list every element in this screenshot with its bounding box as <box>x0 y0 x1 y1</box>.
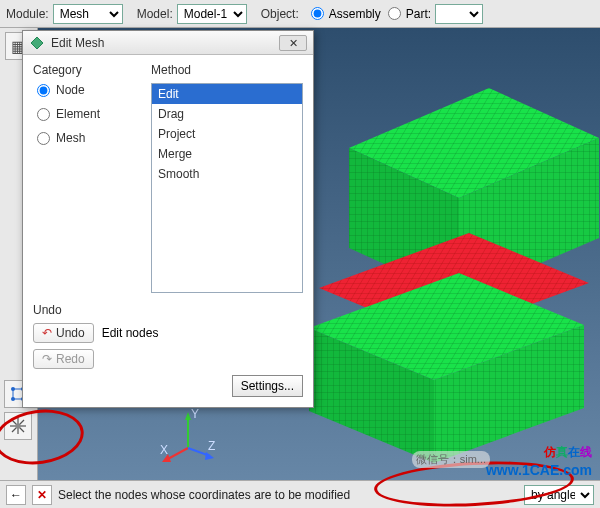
redo-icon: ↷ <box>42 352 52 366</box>
method-item-project[interactable]: Project <box>152 124 302 144</box>
svg-marker-29 <box>205 452 214 460</box>
redo-button[interactable]: ↷ Redo <box>33 349 94 369</box>
edit-mesh-tool-button[interactable] <box>4 412 32 440</box>
method-item-smooth[interactable]: Smooth <box>152 164 302 184</box>
view-triad: Y X Z <box>158 408 218 468</box>
undo-group-label: Undo <box>33 303 303 317</box>
category-radio[interactable] <box>37 132 50 145</box>
category-option-node[interactable]: Node <box>37 83 143 97</box>
prompt-text: Select the nodes whose coordinates are t… <box>58 488 350 502</box>
part-combo[interactable] <box>435 4 483 24</box>
category-option-mesh[interactable]: Mesh <box>37 131 143 145</box>
method-listbox[interactable]: EditDragProjectMergeSmooth <box>151 83 303 293</box>
svg-text:X: X <box>160 443 168 457</box>
category-label: Element <box>56 107 100 121</box>
dialog-title: Edit Mesh <box>51 36 279 50</box>
prompt-bar: ← ✕ Select the nodes whose coordinates a… <box>0 480 600 508</box>
model-label: Model: <box>137 7 173 21</box>
edit-mesh-dialog: Edit Mesh ✕ Category NodeElementMesh Met… <box>22 30 314 408</box>
edit-mesh-icon <box>8 416 28 436</box>
svg-text:Y: Y <box>191 408 199 421</box>
settings-button[interactable]: Settings... <box>232 375 303 397</box>
object-part-label: Part: <box>406 7 431 21</box>
selection-filter-combo[interactable]: by angle <box>524 485 594 505</box>
object-part-radio[interactable] <box>388 7 401 20</box>
prompt-cancel-button[interactable]: ✕ <box>32 485 52 505</box>
context-toolbar: Module: Mesh Model: Model-1 Object: Asse… <box>0 0 600 28</box>
undo-icon: ↶ <box>42 326 52 340</box>
method-item-drag[interactable]: Drag <box>152 104 302 124</box>
category-radio[interactable] <box>37 108 50 121</box>
category-group-label: Category <box>33 63 143 77</box>
category-option-element[interactable]: Element <box>37 107 143 121</box>
svg-text:Z: Z <box>208 439 215 453</box>
dialog-icon <box>29 35 45 51</box>
undo-description: Edit nodes <box>102 326 159 340</box>
object-assembly-label: Assembly <box>329 7 381 21</box>
category-label: Mesh <box>56 131 85 145</box>
svg-marker-33 <box>31 37 43 49</box>
undo-button[interactable]: ↶ Undo <box>33 323 94 343</box>
prompt-back-button[interactable]: ← <box>6 485 26 505</box>
module-label: Module: <box>6 7 49 21</box>
model-combo[interactable]: Model-1 <box>177 4 247 24</box>
category-radio[interactable] <box>37 84 50 97</box>
dialog-titlebar[interactable]: Edit Mesh ✕ <box>23 31 313 55</box>
method-item-edit[interactable]: Edit <box>152 84 302 104</box>
category-label: Node <box>56 83 85 97</box>
svg-point-4 <box>16 424 21 429</box>
object-assembly-radio[interactable] <box>311 7 324 20</box>
module-combo[interactable]: Mesh <box>53 4 123 24</box>
method-group-label: Method <box>151 63 303 77</box>
watermark-wechat: 微信号：sim... <box>412 451 490 468</box>
object-label: Object: <box>261 7 299 21</box>
method-item-merge[interactable]: Merge <box>152 144 302 164</box>
dialog-close-button[interactable]: ✕ <box>279 35 307 51</box>
